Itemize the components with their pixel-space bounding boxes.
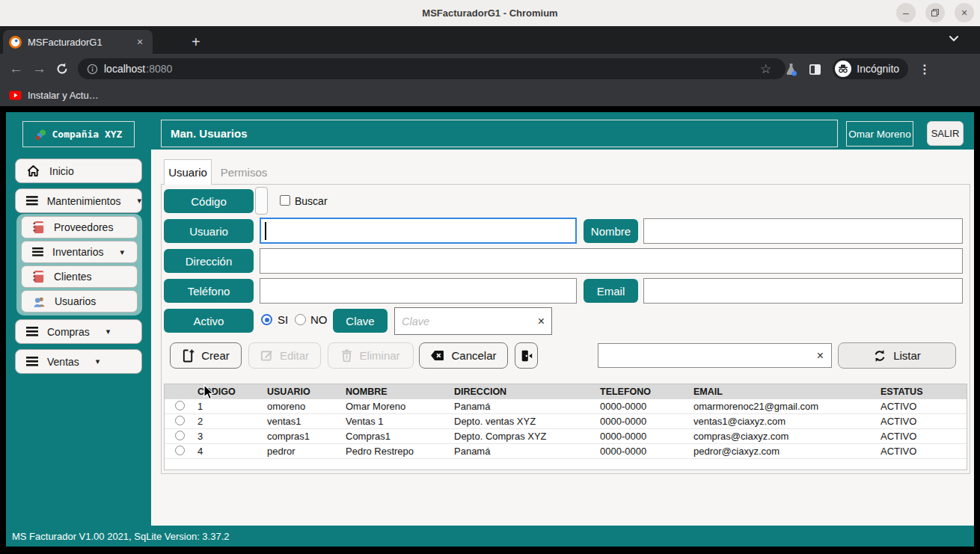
new-tab-button[interactable]: + bbox=[192, 34, 200, 49]
cell-usuario: pedror bbox=[266, 446, 344, 457]
flask-extension-icon[interactable] bbox=[785, 62, 797, 76]
clave-clear-icon[interactable]: × bbox=[538, 315, 545, 328]
crear-label: Crear bbox=[201, 349, 230, 362]
cell-estatus: ACTIVO bbox=[879, 431, 967, 442]
text-caret bbox=[265, 222, 266, 240]
clave-field[interactable]: Clave × bbox=[394, 307, 552, 335]
bookmark-item[interactable]: Instalar y Actu… bbox=[28, 90, 99, 101]
col-usuario[interactable]: USUARIO bbox=[266, 387, 344, 397]
sidebar-item-compras[interactable]: Compras ▾ bbox=[15, 319, 142, 344]
row-select-radio[interactable] bbox=[175, 446, 185, 455]
col-direccion[interactable]: DIRECCION bbox=[453, 387, 598, 397]
row-select-radio[interactable] bbox=[175, 431, 185, 440]
tab-close-icon[interactable]: × bbox=[133, 35, 147, 49]
table-search-field[interactable]: × bbox=[598, 343, 832, 368]
codigo-label: Código bbox=[164, 189, 254, 213]
crear-button[interactable]: Crear bbox=[170, 342, 242, 369]
side-panel-icon[interactable] bbox=[808, 62, 822, 76]
favicon-icon bbox=[9, 36, 22, 49]
sidebar-item-ventas[interactable]: Ventas ▾ bbox=[15, 349, 142, 374]
address-bar[interactable]: localhost:8080 bbox=[78, 58, 785, 79]
telefono-label: Teléfono bbox=[164, 279, 254, 303]
tab-permisos[interactable]: Permisos bbox=[212, 159, 276, 185]
col-telefono[interactable]: TELEFONO bbox=[598, 387, 692, 397]
table-row[interactable]: 4 pedror Pedro Restrepo Panamá 0000-0000… bbox=[165, 444, 967, 459]
col-email[interactable]: EMAIL bbox=[692, 387, 879, 397]
forward-icon[interactable]: → bbox=[32, 61, 46, 77]
codigo-field[interactable] bbox=[255, 187, 268, 215]
col-estatus[interactable]: ESTATUS bbox=[879, 387, 967, 397]
activo-si-radio[interactable] bbox=[261, 314, 272, 325]
back-icon[interactable]: ← bbox=[9, 61, 23, 77]
trash-icon bbox=[341, 349, 352, 362]
email-field[interactable] bbox=[643, 278, 963, 304]
col-nombre[interactable]: NOMBRE bbox=[344, 387, 453, 397]
reload-icon[interactable] bbox=[55, 62, 69, 76]
sidebar-item-label: Ventas bbox=[47, 356, 79, 368]
tab-usuario[interactable]: Usuario bbox=[164, 159, 212, 185]
cell-telefono: 0000-0000 bbox=[598, 401, 692, 412]
table-row[interactable]: 1 omoreno Omar Moreno Panamá 0000-0000 o… bbox=[165, 399, 967, 414]
logout-button[interactable]: SALIR bbox=[927, 121, 964, 146]
app-root: Compañia XYZ Man. Usuarios Omar Moreno S… bbox=[6, 112, 974, 547]
exit-button[interactable] bbox=[515, 342, 538, 369]
search-clear-icon[interactable]: × bbox=[817, 349, 824, 363]
company-name: Compañia XYZ bbox=[52, 129, 123, 140]
tab-title: MSFacturadorG1 bbox=[28, 37, 127, 48]
row-select-radio[interactable] bbox=[175, 416, 185, 425]
email-label: Email bbox=[584, 279, 638, 303]
bookmark-star-icon[interactable]: ☆ bbox=[760, 61, 771, 77]
browser-tab[interactable]: MSFacturadorG1 × bbox=[3, 30, 153, 54]
direccion-label: Dirección bbox=[164, 249, 254, 273]
editar-button[interactable]: Editar bbox=[248, 342, 321, 369]
sidebar-item-clientes[interactable]: Clientes bbox=[21, 265, 138, 288]
main-content: Usuario Permisos Código Buscar Usuario N… bbox=[151, 150, 974, 526]
table-row[interactable]: 3 compras1 Compras1 Depto. Compras XYZ 0… bbox=[165, 429, 967, 444]
buscar-checkbox[interactable] bbox=[280, 195, 290, 206]
cell-codigo: 2 bbox=[196, 416, 266, 427]
sidebar-item-label: Inicio bbox=[49, 165, 74, 177]
sidebar-item-mantenimientos[interactable]: Mantenimientos ▾ bbox=[15, 188, 142, 213]
cell-email: compras@ciaxyz.com bbox=[692, 431, 879, 442]
usuario-field[interactable] bbox=[260, 218, 577, 244]
company-logo-box: Compañia XYZ bbox=[22, 121, 135, 147]
info-icon[interactable] bbox=[87, 64, 98, 75]
cell-usuario: omoreno bbox=[266, 401, 344, 412]
table-search-input[interactable] bbox=[606, 350, 817, 362]
sidebar-item-label: Clientes bbox=[54, 271, 92, 283]
current-user-button[interactable]: Omar Moreno bbox=[846, 121, 913, 147]
sidebar-item-usuarios[interactable]: Usuarios bbox=[21, 290, 138, 313]
sidebar-item-inicio[interactable]: Inicio bbox=[15, 158, 142, 183]
cancelar-button[interactable]: Cancelar bbox=[419, 342, 508, 369]
activo-no-radio[interactable] bbox=[295, 314, 306, 325]
browser-menu-icon[interactable]: ⋮ bbox=[919, 62, 931, 76]
listar-button[interactable]: Listar bbox=[838, 342, 956, 369]
menu-icon bbox=[26, 357, 38, 366]
browser-toolbar: ← → localhost:8080 ☆ bbox=[0, 54, 980, 84]
window-close-button[interactable]: × bbox=[955, 3, 974, 22]
telefono-field[interactable] bbox=[260, 278, 577, 304]
users-icon bbox=[32, 295, 46, 308]
window-restore-button[interactable] bbox=[925, 3, 945, 22]
url-host: localhost bbox=[104, 63, 145, 75]
table-row[interactable]: 2 ventas1 Ventas 1 Depto. ventas XYZ 000… bbox=[165, 414, 967, 429]
url-port: :8080 bbox=[146, 63, 172, 75]
cell-email: pedror@ciaxyz.com bbox=[692, 446, 879, 457]
table-header-row: CODIGO USUARIO NOMBRE DIRECCION TELEFONO… bbox=[165, 384, 967, 399]
cell-telefono: 0000-0000 bbox=[598, 416, 692, 427]
app-footer: MS Facturador V1.00 2021, SqLite Version… bbox=[12, 531, 230, 542]
row-select-radio[interactable] bbox=[175, 401, 185, 410]
window-minimize-button[interactable]: – bbox=[896, 3, 916, 22]
eliminar-button[interactable]: Eliminar bbox=[328, 342, 414, 369]
nombre-field[interactable] bbox=[643, 218, 963, 244]
cell-estatus: ACTIVO bbox=[879, 416, 967, 427]
chevron-down-icon[interactable] bbox=[949, 35, 959, 43]
incognito-badge: Incógnito bbox=[833, 58, 908, 79]
cell-direccion: Depto. ventas XYZ bbox=[453, 416, 598, 427]
sidebar-item-inventarios[interactable]: Inventarios ▾ bbox=[21, 241, 138, 263]
cell-direccion: Panamá bbox=[453, 401, 598, 412]
menu-icon bbox=[32, 247, 43, 256]
cell-estatus: ACTIVO bbox=[879, 446, 967, 457]
sidebar-item-proveedores[interactable]: Proveedores bbox=[21, 216, 138, 238]
direccion-field[interactable] bbox=[260, 248, 963, 274]
